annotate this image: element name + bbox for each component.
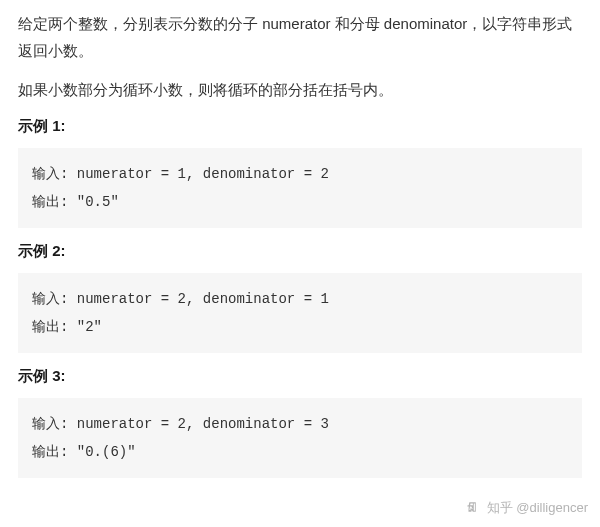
example-1-output: 输出: "0.5": [32, 188, 568, 216]
zhihu-icon: [465, 500, 487, 515]
example-2-output: 输出: "2": [32, 313, 568, 341]
example-1-input: 输入: numerator = 1, denominator = 2: [32, 160, 568, 188]
example-1-heading: 示例 1:: [18, 117, 582, 136]
example-2-heading: 示例 2:: [18, 242, 582, 261]
example-3-input: 输入: numerator = 2, denominator = 3: [32, 410, 568, 438]
example-3-code: 输入: numerator = 2, denominator = 3输出: "0…: [18, 398, 582, 478]
example-2-input: 输入: numerator = 2, denominator = 1: [32, 285, 568, 313]
watermark: 知乎 @dilligencer: [465, 499, 588, 517]
example-3-heading: 示例 3:: [18, 367, 582, 386]
example-3-output: 输出: "0.(6)": [32, 438, 568, 466]
example-1-code: 输入: numerator = 1, denominator = 2输出: "0…: [18, 148, 582, 228]
problem-paragraph-2: 如果小数部分为循环小数，则将循环的部分括在括号内。: [18, 76, 582, 103]
watermark-label: 知乎 @dilligencer: [487, 500, 588, 515]
example-2-code: 输入: numerator = 2, denominator = 1输出: "2…: [18, 273, 582, 353]
problem-paragraph-1: 给定两个整数，分别表示分数的分子 numerator 和分母 denominat…: [18, 10, 582, 64]
